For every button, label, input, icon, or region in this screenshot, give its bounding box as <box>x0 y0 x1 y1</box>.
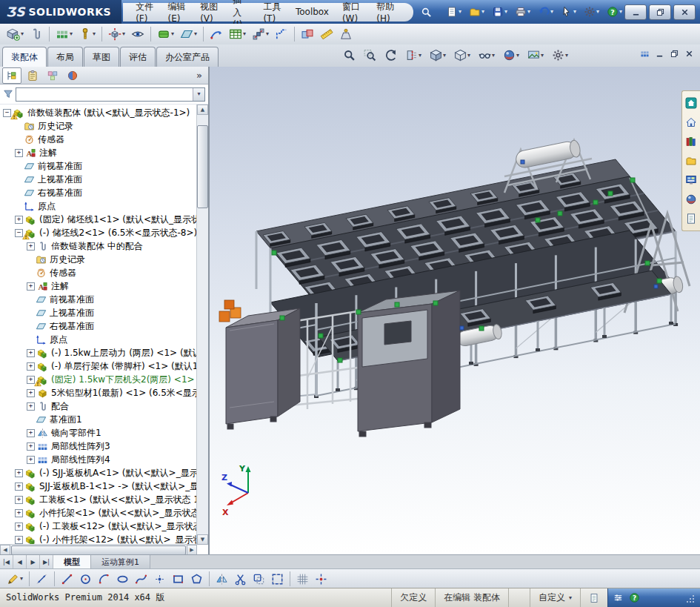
arc-icon[interactable] <box>96 571 113 587</box>
panel-expand-icon[interactable]: » <box>196 70 206 81</box>
measure-icon[interactable] <box>318 26 336 42</box>
explode-line-sketch-icon[interactable] <box>273 26 290 42</box>
print-document-icon[interactable]: ▾ <box>513 4 533 19</box>
expand-icon[interactable]: + <box>15 536 23 544</box>
help-icon[interactable]: ?▾ <box>604 4 624 19</box>
tab-assembly[interactable]: 装配体 <box>2 47 47 67</box>
tree-item[interactable]: 右视基准面 <box>0 186 197 199</box>
tree-item[interactable]: +(固定) 1.5kw下层机头2(两层) <1> <box>0 373 197 386</box>
tree-item[interactable]: +A注解 <box>0 279 197 293</box>
mirror-entities-icon[interactable] <box>213 571 230 587</box>
tree-item[interactable]: 传感器 <box>0 133 197 146</box>
help-badge-icon[interactable]: ? <box>629 592 640 603</box>
expand-icon[interactable]: + <box>15 523 23 531</box>
quick-tips-slider-icon[interactable] <box>613 592 624 603</box>
tree-item[interactable]: 上视基准面 <box>0 306 197 319</box>
scroll-right-icon[interactable]: ▶ <box>187 545 197 555</box>
exploded-view-icon[interactable]: ▾ <box>250 26 271 42</box>
dropdown-arrow-icon[interactable]: ▾ <box>527 9 530 15</box>
hide-show-items-icon[interactable]: ▾ <box>476 47 497 63</box>
tree-vertical-scrollbar[interactable]: ▲ ▼ <box>196 105 208 545</box>
expand-icon[interactable]: + <box>27 442 35 451</box>
save-document-icon[interactable]: ▾ <box>490 4 510 19</box>
smart-fasteners-icon[interactable]: ▾ <box>76 26 98 42</box>
apply-scene-icon[interactable]: ▾ <box>525 47 546 63</box>
configurationmanager-tab[interactable] <box>44 68 61 83</box>
custom-properties-icon[interactable] <box>684 211 699 226</box>
dropdown-arrow-icon[interactable]: ▾ <box>504 9 507 15</box>
mate-icon[interactable] <box>27 26 45 42</box>
dropdown-arrow-icon[interactable]: ▾ <box>20 576 23 582</box>
status-customize[interactable]: 自定义▾ <box>530 588 580 607</box>
zoom-to-fit-icon[interactable] <box>341 47 358 63</box>
tree-item[interactable]: −倍数链装配体 (默认<默认_显示状态-1>) <box>0 106 197 119</box>
tree-item[interactable]: 历史记录 <box>0 253 197 266</box>
menu-toolbox[interactable]: Toolbox <box>289 4 336 20</box>
polygon-icon[interactable] <box>188 571 205 587</box>
dropdown-arrow-icon[interactable]: ▾ <box>516 53 519 59</box>
tree-item[interactable]: +(-) 工装板<12> (默认<默认>_显示状态 <box>0 520 197 533</box>
tree-item[interactable]: +(-) 单层行架体 (带脚杆) <1> (默认1 <box>0 359 197 373</box>
tree-item[interactable]: +5米铝型材1(最新) <1> (6.5米<显示状 <box>0 386 197 399</box>
tree-item[interactable]: +局部线性阵列3 <box>0 440 197 453</box>
new-document-icon[interactable]: ▾ <box>444 4 464 19</box>
rectangle-icon[interactable] <box>170 571 187 587</box>
tab-evaluate[interactable]: 评估 <box>120 47 156 67</box>
line-icon[interactable] <box>59 571 76 587</box>
tree-item[interactable]: 前视基准面 <box>0 293 197 306</box>
3d-model[interactable] <box>210 67 700 555</box>
tree-item[interactable]: 传感器 <box>0 266 197 279</box>
tab-model[interactable]: 模型 <box>53 555 91 569</box>
dropdown-arrow-icon[interactable]: ▾ <box>619 9 622 15</box>
interference-detection-icon[interactable] <box>299 26 316 42</box>
tree-item[interactable]: +(固定) 储坯线1<1> (默认<默认_显示状态 <box>0 213 197 226</box>
move-component-icon[interactable]: ▾ <box>106 26 127 42</box>
solidworks-resources-icon[interactable] <box>684 115 699 130</box>
task-pane-home-icon[interactable] <box>684 96 699 110</box>
tree-item[interactable]: 右视基准面 <box>0 319 197 333</box>
edit-appearance-icon[interactable]: ▾ <box>501 47 521 63</box>
tree-item[interactable]: −(-) 储坯线2<1> (6.5米<显示状态-8>) <box>0 226 197 239</box>
tree-item[interactable]: +工装板<1> (默认<<默认>_显示状态 1>) <box>0 493 197 506</box>
dropdown-arrow-icon[interactable]: ▾ <box>266 31 269 37</box>
minimize-button[interactable] <box>624 4 647 20</box>
tree-item[interactable]: +SJJ-返板机B-1<1> -> (默认<默认>_显 <box>0 480 197 493</box>
dropdown-arrow-icon[interactable]: ▾ <box>70 31 73 37</box>
bill-of-materials-icon[interactable]: ▾ <box>227 26 248 42</box>
dropdown-arrow-icon[interactable]: ▾ <box>569 595 572 601</box>
graphics-area[interactable]: Y X Z <box>210 67 700 555</box>
offset-entities-icon[interactable] <box>250 571 267 587</box>
section-view-icon[interactable]: ▾ <box>403 47 424 63</box>
dropdown-arrow-icon[interactable]: ▾ <box>194 31 197 37</box>
tree-item[interactable]: +镜向零部件1 <box>0 426 197 440</box>
options-icon[interactable]: ▾ <box>581 4 601 19</box>
tree-horizontal-scrollbar[interactable]: ◀ ▶ <box>0 544 197 555</box>
tree-item[interactable]: 原点 <box>0 199 197 213</box>
expand-icon[interactable]: + <box>15 509 23 517</box>
dropdown-arrow-icon[interactable]: ▾ <box>243 31 246 37</box>
convert-entities-icon[interactable] <box>269 571 286 587</box>
dropdown-arrow-icon[interactable]: ▾ <box>443 53 446 59</box>
tab-layout[interactable]: 布局 <box>47 47 83 67</box>
next-tab-icon[interactable]: ▶ <box>27 555 40 569</box>
dropdown-arrow-icon[interactable]: ▾ <box>21 31 24 37</box>
select-icon[interactable]: ▾ <box>559 4 579 19</box>
spline-icon[interactable] <box>133 571 150 587</box>
menu-window[interactable]: 窗口(W) <box>336 0 370 27</box>
tab-sketch[interactable]: 草图 <box>84 47 119 67</box>
scroll-up-icon[interactable]: ▲ <box>197 105 208 115</box>
expand-icon[interactable]: + <box>15 496 23 504</box>
dropdown-arrow-icon[interactable]: ▾ <box>459 9 461 15</box>
tab-motion-study-1[interactable]: 运动算例1 <box>91 555 150 569</box>
featuremanager-tab[interactable] <box>2 67 21 84</box>
undo-icon[interactable]: ▾ <box>536 4 556 19</box>
assembly-features-icon[interactable]: ▾ <box>155 26 176 42</box>
expand-icon[interactable]: + <box>27 362 35 371</box>
tree-item[interactable]: +配合 <box>0 399 197 413</box>
expand-icon[interactable]: + <box>15 469 23 477</box>
reference-geometry-icon[interactable]: ▾ <box>178 26 199 42</box>
point-icon[interactable] <box>151 571 168 587</box>
dropdown-arrow-icon[interactable]: ▾ <box>171 31 174 37</box>
filter-dropdown-icon[interactable]: ▾ <box>193 88 204 101</box>
dropdown-arrow-icon[interactable]: ▾ <box>481 9 484 15</box>
